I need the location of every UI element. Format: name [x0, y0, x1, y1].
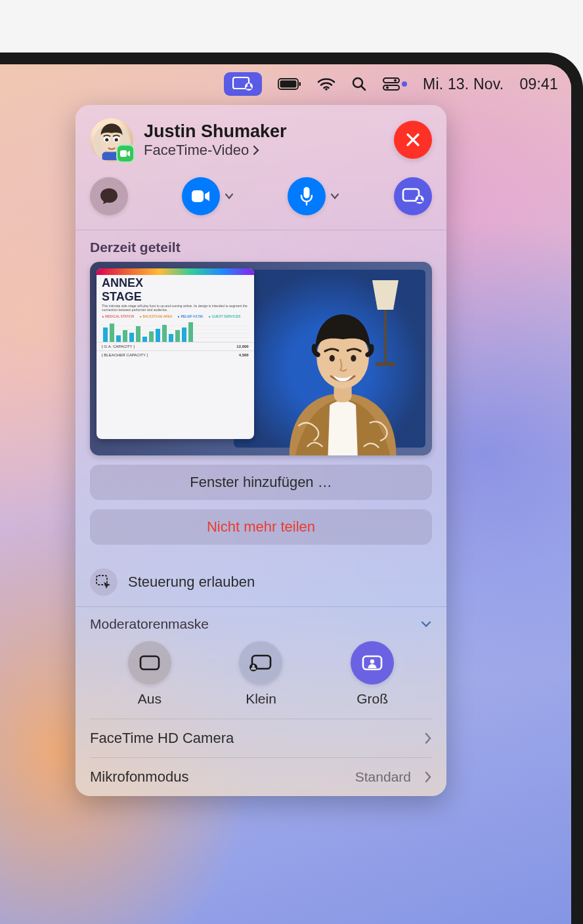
screenshare-icon [232, 77, 253, 91]
menubar-time[interactable]: 09:41 [519, 75, 558, 93]
svg-rect-21 [192, 190, 204, 202]
presenter-mask-options: Aus Klein [76, 636, 446, 719]
svg-rect-22 [304, 187, 310, 198]
allow-control-icon [90, 568, 118, 596]
mic-options-button[interactable] [330, 192, 340, 200]
mask-off-label: Aus [138, 691, 162, 707]
allow-control-button[interactable]: Steuerung erlauben [76, 558, 446, 606]
mic-mode-label: Mikrofonmodus [90, 768, 188, 786]
sharing-preview[interactable]: ANNEX STAGE This intimate side stage wil… [90, 262, 432, 455]
stop-sharing-label: Nicht mehr teilen [207, 518, 315, 536]
end-call-button[interactable] [394, 121, 432, 159]
presenter-mask-header[interactable]: Moderatorenmaske [76, 607, 446, 636]
stop-sharing-button[interactable]: Nicht mehr teilen [90, 509, 432, 545]
svg-point-12 [386, 87, 389, 89]
svg-point-32 [351, 355, 356, 362]
svg-rect-5 [299, 82, 301, 86]
microphone-icon [300, 186, 313, 206]
mask-small-icon [249, 654, 272, 672]
svg-rect-11 [383, 85, 399, 90]
svg-point-6 [325, 88, 328, 91]
video-options-button[interactable] [224, 192, 234, 200]
chevron-right-icon [424, 770, 432, 784]
mask-large-icon [361, 654, 383, 671]
svg-point-37 [252, 665, 255, 667]
svg-point-17 [115, 138, 118, 141]
mask-off-icon [139, 654, 161, 671]
mask-option-off[interactable]: Aus [128, 641, 171, 707]
mic-mode-setting-row[interactable]: Mikrofonmodus Standard [76, 758, 446, 796]
avatar[interactable] [90, 118, 133, 161]
video-icon [191, 189, 211, 203]
chevron-right-icon [424, 732, 432, 745]
svg-line-8 [362, 87, 366, 91]
facetime-panel: Justin Shumaker FaceTime-Video [76, 105, 446, 796]
device-frame: Mi. 13. Nov. 09:41 [0, 52, 583, 924]
wifi-icon[interactable] [317, 77, 335, 91]
svg-point-10 [394, 79, 397, 82]
call-header: Justin Shumaker FaceTime-Video [76, 105, 446, 171]
presenter-mask-title: Moderatorenmaske [90, 616, 209, 632]
close-icon [404, 131, 421, 148]
screenshare-button[interactable] [394, 177, 432, 215]
call-type-link[interactable]: FaceTime-Video [144, 142, 383, 159]
facetime-badge-icon [116, 144, 135, 163]
svg-rect-4 [280, 81, 297, 88]
chevron-right-icon [253, 145, 259, 156]
mic-mode-value: Standard [355, 769, 411, 785]
add-window-button[interactable]: Fenster hinzufügen … [90, 465, 432, 500]
mask-large-label: Groß [356, 691, 388, 707]
presenter-image [240, 278, 432, 455]
spotlight-icon[interactable] [351, 76, 367, 92]
control-center-icon[interactable] [383, 77, 407, 91]
mic-button[interactable] [288, 177, 326, 215]
menubar: Mi. 13. Nov. 09:41 [0, 68, 571, 100]
mask-small-label: Klein [246, 691, 276, 707]
camera-setting-row[interactable]: FaceTime HD Camera [76, 719, 446, 757]
allow-control-label: Steuerung erlauben [128, 574, 255, 591]
control-center-dot-icon [402, 81, 407, 87]
svg-point-39 [370, 660, 374, 663]
sharing-section: Derzeit geteilt ANNEX STAGE This intimat… [76, 230, 446, 558]
camera-label: FaceTime HD Camera [90, 730, 234, 747]
screenshare-icon [402, 188, 424, 205]
call-controls [76, 171, 446, 230]
caller-name: Justin Shumaker [144, 121, 383, 142]
svg-rect-18 [120, 150, 127, 157]
svg-rect-9 [383, 78, 399, 83]
battery-icon[interactable] [278, 78, 301, 90]
sharing-title: Derzeit geteilt [90, 240, 432, 255]
add-window-label: Fenster hinzufügen … [190, 474, 332, 491]
menubar-date[interactable]: Mi. 13. Nov. [423, 75, 504, 93]
svg-point-16 [105, 138, 108, 141]
svg-rect-34 [140, 656, 159, 669]
video-button[interactable] [182, 177, 220, 215]
mask-option-small[interactable]: Klein [239, 641, 282, 707]
svg-point-31 [330, 355, 335, 362]
call-type-label: FaceTime-Video [144, 142, 249, 159]
messages-button[interactable] [90, 177, 128, 215]
screenshare-indicator[interactable] [224, 72, 262, 96]
mask-option-large[interactable]: Groß [351, 641, 394, 707]
chevron-down-icon [420, 620, 432, 628]
speech-bubble-icon [99, 187, 119, 205]
